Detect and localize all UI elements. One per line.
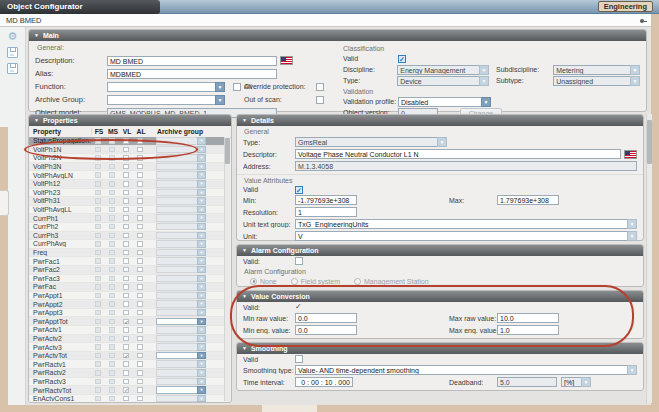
vl-checkbox[interactable] [123,336,129,342]
property-row[interactable]: PwrFac2▼ [29,266,224,275]
archive-group-dropdown[interactable]: ▼ [156,386,206,394]
time-interval-input[interactable]: 0 : 00 : 10 . 000 [295,377,353,387]
property-row[interactable]: PwrActv2▼ [29,335,224,344]
archive-group-dropdown[interactable]: ▼ [107,95,225,105]
vl-checkbox[interactable]: ✓ [123,387,129,393]
property-row[interactable]: VoltPh3N▼ [29,163,224,172]
property-row[interactable]: PwrRactvTot✓▼ [29,386,224,395]
language-flag-icon[interactable] [280,56,293,65]
archive-group-dropdown[interactable]: ▼ [156,292,206,300]
dropdown-arrow-icon[interactable]: ▼ [630,65,640,75]
property-row[interactable]: VoltPh1N▼ [29,146,224,155]
main-section-header[interactable]: ▼ Main [29,30,646,41]
property-row[interactable]: VoltPhAvgLN▼ [29,171,224,180]
language-flag-icon[interactable] [624,150,637,159]
dropdown-arrow-icon[interactable]: ▼ [197,326,206,334]
property-row[interactable]: Freq▼ [29,249,224,258]
window-tab[interactable]: Object Configurator [0,0,160,14]
dropdown-arrow-icon[interactable]: ▼ [197,146,206,154]
dropdown-arrow-icon[interactable]: ▼ [197,240,206,248]
discipline-dropdown[interactable]: Energy Management ▼ [397,65,489,75]
archive-group-dropdown[interactable]: ▼ [156,369,206,377]
dropdown-arrow-icon[interactable]: ▼ [197,214,206,222]
vl-checkbox[interactable] [123,155,129,161]
dropdown-arrow-icon[interactable]: ▼ [197,223,206,231]
al-checkbox[interactable] [137,361,143,367]
vl-checkbox[interactable] [123,207,129,213]
min-raw-input[interactable]: 0.0 [295,313,357,323]
min-input[interactable]: -1.797693e+308 [295,195,357,205]
al-checkbox[interactable] [137,215,143,221]
dropdown-arrow-icon[interactable]: ▼ [630,76,640,86]
al-checkbox[interactable] [137,241,143,247]
vl-checkbox[interactable] [123,379,129,385]
alarm-valid-checkbox[interactable] [295,257,303,265]
details-type-dropdown[interactable]: GmsReal ▼ [295,137,447,147]
property-row[interactable]: PwrAppt3▼ [29,309,224,318]
al-checkbox[interactable] [137,164,143,170]
property-row[interactable]: PwrActvTot✓▼ [29,352,224,361]
vl-checkbox[interactable] [123,396,129,402]
archive-group-dropdown[interactable]: ▼ [156,154,206,162]
dropdown-arrow-icon[interactable]: ▼ [197,154,206,162]
property-row[interactable]: PwrFac1▼ [29,257,224,266]
al-checkbox[interactable] [137,181,143,187]
vl-checkbox[interactable] [123,250,129,256]
vl-checkbox[interactable] [123,138,129,144]
archive-group-dropdown[interactable]: ▼ [156,335,206,343]
out-of-scan-checkbox[interactable] [316,96,324,104]
archive-group-dropdown[interactable]: ▼ [156,232,206,240]
al-checkbox[interactable] [137,147,143,153]
al-checkbox[interactable] [137,387,143,393]
al-checkbox[interactable] [137,172,143,178]
archive-group-dropdown[interactable]: ▼ [156,214,206,222]
dropdown-arrow-icon[interactable]: ▼ [581,377,591,387]
al-checkbox[interactable] [137,250,143,256]
archive-group-dropdown[interactable]: ▼ [156,318,206,326]
archive-group-dropdown[interactable]: ▼ [156,240,206,248]
scrollbar-thumb[interactable] [647,120,652,164]
type-dropdown[interactable]: Device ▼ [397,76,489,86]
archive-group-dropdown[interactable]: ▼ [156,189,206,197]
vl-checkbox[interactable] [123,327,129,333]
dropdown-arrow-icon[interactable]: ▼ [197,257,206,265]
al-checkbox[interactable] [137,198,143,204]
archive-group-dropdown[interactable]: ▼ [156,223,206,231]
al-checkbox[interactable] [137,293,143,299]
property-row[interactable]: PwrRactv3▼ [29,378,224,387]
vl-checkbox[interactable] [123,233,129,239]
min-eng-input[interactable]: 0.0 [295,325,357,335]
max-input[interactable]: 1.797693e+308 [497,195,559,205]
vl-checkbox[interactable] [123,276,129,282]
value-conversion-header[interactable]: ▼ Value Conversion [237,291,643,302]
al-checkbox[interactable] [137,336,143,342]
details-valid-checkbox[interactable]: ✓ [295,186,303,194]
dropdown-arrow-icon[interactable]: ▼ [481,97,491,107]
al-checkbox[interactable] [137,353,143,359]
vl-checkbox[interactable]: ✓ [123,319,129,325]
property-row[interactable]: PwrAppt1▼ [29,292,224,301]
vl-checkbox[interactable] [123,293,129,299]
al-checkbox[interactable] [137,396,143,402]
dropdown-arrow-icon[interactable]: ▼ [197,352,206,360]
al-checkbox[interactable] [137,301,143,307]
subtype-dropdown[interactable]: Unassigned ▼ [553,76,640,86]
dropdown-arrow-icon[interactable]: ▼ [197,360,206,368]
property-row[interactable]: PwrActv3▼ [29,343,224,352]
property-row[interactable]: PwrApptTot✓▼ [29,317,224,326]
al-checkbox[interactable] [137,276,143,282]
dropdown-arrow-icon[interactable]: ▼ [437,137,447,147]
max-raw-input[interactable]: 10.0 [497,313,559,323]
al-checkbox[interactable] [137,344,143,350]
dropdown-arrow-icon[interactable]: ▼ [197,386,206,394]
archive-group-dropdown[interactable]: ▼ [156,171,206,179]
alias-input[interactable]: MDBMED [107,69,277,79]
override-protection-checkbox[interactable] [316,83,324,91]
max-eng-input[interactable]: 1.0 [497,325,559,335]
property-row[interactable]: EnActvCons1▼ [29,395,224,402]
vl-checkbox[interactable]: ✓ [123,353,129,359]
vl-checkbox[interactable] [123,215,129,221]
dropdown-arrow-icon[interactable]: ▼ [197,335,206,343]
pin-icon[interactable] [640,18,647,24]
dropdown-arrow-icon[interactable]: ▼ [197,275,206,283]
